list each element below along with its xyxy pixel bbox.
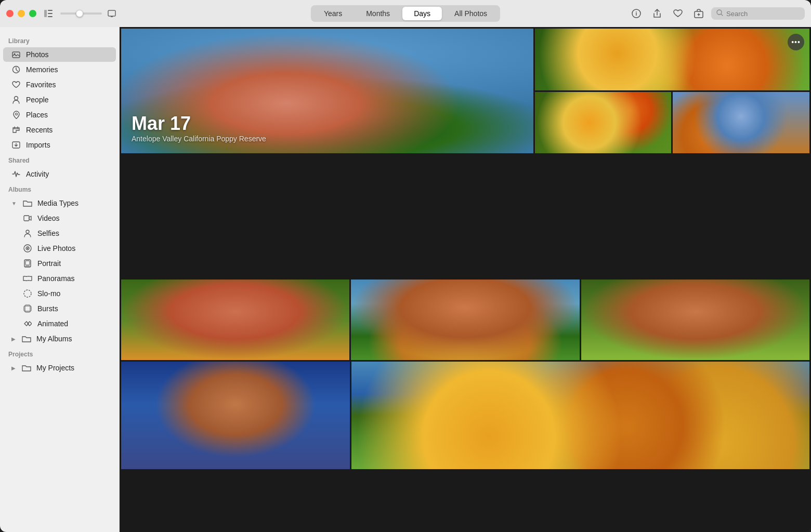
photo-row3-1[interactable] <box>121 362 350 469</box>
sidebar-toggle-button[interactable] <box>43 9 54 18</box>
chevron-right-icon: ▶ <box>11 336 16 342</box>
recents-icon <box>11 125 21 135</box>
chevron-right-icon-projects: ▶ <box>11 365 16 371</box>
search-box[interactable] <box>711 7 805 20</box>
sidebar-item-people[interactable]: People <box>3 92 116 107</box>
svg-rect-3 <box>48 16 53 17</box>
photo-row2-1[interactable] <box>121 280 349 360</box>
memories-label: Memories <box>26 65 58 74</box>
search-icon <box>716 9 723 18</box>
svg-rect-4 <box>108 10 115 16</box>
sidebar-item-animated[interactable]: Animated <box>3 316 116 331</box>
sidebar-item-recents[interactable]: Recents <box>3 123 116 137</box>
sidebar-item-portrait[interactable]: Portrait <box>3 256 116 271</box>
my-albums-label: My Albums <box>36 335 72 343</box>
sidebar-item-memories[interactable]: Memories <box>3 62 116 77</box>
photo-row2-3[interactable] <box>581 280 809 360</box>
tab-all-photos[interactable]: All Photos <box>443 7 499 20</box>
places-label: Places <box>26 111 48 119</box>
title-bar: Years Months Days All Photos i <box>0 0 811 27</box>
nav-tabs: Years Months Days All Photos <box>311 5 500 22</box>
sidebar-item-my-projects[interactable]: ▶ My Projects <box>3 361 116 375</box>
bursts-icon <box>23 304 32 313</box>
shared-section-label: Shared <box>0 153 119 166</box>
search-input[interactable] <box>726 10 800 18</box>
photo-area[interactable]: Mar 17 Antelope Valley California Poppy … <box>120 27 811 532</box>
panorama-icon <box>23 274 32 283</box>
sidebar-item-imports[interactable]: Imports <box>3 138 116 152</box>
svg-rect-22 <box>25 261 30 265</box>
close-button[interactable] <box>6 10 14 17</box>
share-button[interactable] <box>649 5 665 22</box>
photo-row2-2[interactable] <box>351 280 579 360</box>
sidebar-item-bursts[interactable]: Bursts <box>3 301 116 316</box>
photo-icon <box>11 50 21 59</box>
photo-grid-row1: Mar 17 Antelope Valley California Poppy … <box>120 27 811 278</box>
selfie-icon <box>23 229 32 238</box>
animated-icon <box>23 319 32 328</box>
sidebar-item-my-albums[interactable]: ▶ My Albums <box>3 331 116 346</box>
tab-days[interactable]: Days <box>402 7 442 20</box>
projects-section-label: Projects <box>0 347 119 360</box>
chevron-down-icon: ▼ <box>11 201 17 206</box>
info-button[interactable]: i <box>628 5 645 22</box>
svg-rect-16 <box>24 216 29 221</box>
folder-icon <box>23 198 32 208</box>
sidebar-item-selfies[interactable]: Selfies <box>3 226 116 241</box>
live-icon <box>23 244 32 253</box>
photos-label: Photos <box>26 50 49 59</box>
more-options-button[interactable]: ••• <box>788 34 804 50</box>
slomo-icon <box>23 289 32 298</box>
portrait-icon <box>23 259 32 268</box>
library-section-label: Library <box>0 33 119 47</box>
svg-point-23 <box>24 290 31 297</box>
imports-label: Imports <box>26 141 50 149</box>
svg-point-17 <box>26 230 29 233</box>
activity-label: Activity <box>26 170 49 178</box>
sidebar-item-places[interactable]: Places <box>3 108 116 122</box>
photo-location: Antelope Valley California Poppy Reserve <box>132 135 266 143</box>
projects-icon <box>22 363 31 373</box>
photo-row3-2[interactable] <box>351 362 809 469</box>
memories-icon <box>11 65 21 74</box>
sidebar-item-live-photos[interactable]: Live Photos <box>3 241 116 256</box>
favorites-label: Favorites <box>26 81 56 89</box>
sidebar-item-photos[interactable]: Photos <box>3 47 116 62</box>
maximize-button[interactable] <box>29 10 36 17</box>
photo-main[interactable]: Mar 17 Antelope Valley California Poppy … <box>121 29 533 153</box>
photo-tr1[interactable]: ••• <box>535 29 809 90</box>
zoom-slider[interactable] <box>60 12 102 15</box>
sidebar-item-panoramas[interactable]: Panoramas <box>3 271 116 286</box>
sidebar-item-activity[interactable]: Activity <box>3 167 116 181</box>
slo-mo-label: Slo-mo <box>37 289 60 298</box>
svg-text:i: i <box>636 11 637 17</box>
window-controls <box>6 10 36 17</box>
recents-label: Recents <box>26 126 53 134</box>
panoramas-label: Panoramas <box>37 274 75 283</box>
screen-mode-button[interactable] <box>106 9 117 18</box>
sidebar-item-videos[interactable]: Videos <box>3 211 116 225</box>
tab-months[interactable]: Months <box>355 7 401 20</box>
sidebar-item-favorites[interactable]: Favorites <box>3 77 116 92</box>
activity-icon <box>11 169 21 179</box>
videos-label: Videos <box>37 214 60 222</box>
photo-br1[interactable] <box>535 92 672 154</box>
add-to-album-button[interactable] <box>690 5 707 22</box>
favorites-button[interactable] <box>670 5 686 22</box>
tab-years[interactable]: Years <box>312 7 354 20</box>
sidebar-item-media-types[interactable]: ▼ Media Types <box>3 196 116 210</box>
portrait-label: Portrait <box>37 259 61 268</box>
albums-folder-icon <box>22 334 31 343</box>
svg-rect-0 <box>44 10 47 17</box>
svg-rect-2 <box>48 13 53 14</box>
media-types-label: Media Types <box>37 199 79 207</box>
selfies-label: Selfies <box>37 229 59 237</box>
toolbar-right: i <box>628 5 805 22</box>
svg-point-14 <box>15 113 17 115</box>
sidebar-item-slo-mo[interactable]: Slo-mo <box>3 286 116 301</box>
minimize-button[interactable] <box>18 10 25 17</box>
svg-point-20 <box>27 248 29 249</box>
photo-br2[interactable] <box>673 92 809 154</box>
person-icon <box>11 95 21 104</box>
svg-rect-5 <box>111 16 113 17</box>
